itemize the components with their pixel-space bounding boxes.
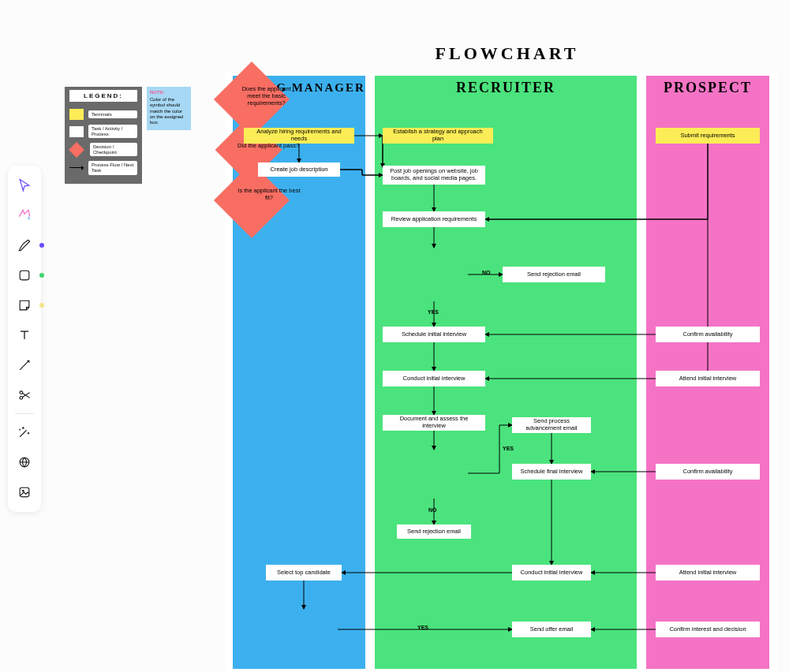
connector-tool[interactable]: [13, 353, 36, 377]
node-rc-review[interactable]: Review application requirements: [383, 211, 485, 227]
node-rc-reject1[interactable]: Send rejection email: [503, 267, 605, 282]
legend-label: Decision / Checkpoint: [90, 143, 137, 156]
node-rc-conduct[interactable]: Conduct initial interview: [383, 371, 485, 386]
decision-label: Is the applicant the best fit?: [234, 184, 304, 204]
label-yes2: YES: [503, 446, 514, 451]
process-swatch: [69, 126, 84, 137]
note-title: NOTE:: [150, 90, 188, 95]
node-rc-offer[interactable]: Send offer email: [512, 622, 591, 637]
connector-icon: [17, 357, 32, 373]
magic-tool[interactable]: [13, 420, 36, 444]
legend-label: Task / Activity / Process: [88, 125, 137, 138]
shape-tool[interactable]: [13, 263, 36, 287]
node-rc-conduct2[interactable]: Conduct initial interview: [512, 565, 591, 581]
node-rc-document[interactable]: Document and assess the interview: [383, 415, 485, 431]
wand-icon: [17, 424, 32, 440]
scissors-icon: [17, 387, 32, 403]
text-tool[interactable]: [13, 323, 36, 347]
pen-tool[interactable]: [13, 233, 36, 257]
note-body: Color of the symbol should match the col…: [150, 97, 188, 125]
legend-title: LEGEND:: [69, 90, 137, 102]
scissors-tool[interactable]: [13, 383, 36, 407]
sticky-tool[interactable]: [13, 293, 36, 317]
rect-icon: [17, 267, 32, 283]
node-rc-post[interactable]: Post job openings on website, job boards…: [383, 166, 485, 185]
node-rc-schedfinal[interactable]: Schedule final interview: [512, 464, 591, 480]
label-yes3: YES: [417, 625, 428, 630]
text-icon: [17, 327, 32, 343]
node-hm-jobdesc[interactable]: Create job description: [258, 162, 340, 177]
note-panel[interactable]: NOTE: Color of the symbol should match t…: [147, 87, 191, 130]
svg-point-6: [22, 490, 24, 492]
legend-label: Terminals: [88, 110, 137, 119]
node-pr-confirm1[interactable]: Confirm availability: [656, 327, 760, 342]
terminal-swatch: [69, 109, 84, 120]
node-pr-attend1[interactable]: Attend initial interview: [656, 371, 760, 386]
node-rc-schedule[interactable]: Schedule initial interview: [383, 327, 485, 342]
left-toolbar: +: [8, 166, 41, 512]
image-icon: [17, 484, 32, 500]
node-rc-advance[interactable]: Send process advancement email: [512, 417, 591, 433]
select-tool[interactable]: [13, 174, 36, 197]
cursor-icon: [17, 177, 32, 193]
node-pr-attend2[interactable]: Attend initial interview: [656, 565, 760, 581]
ai-tool[interactable]: +: [13, 203, 36, 227]
svg-point-2: [20, 391, 23, 394]
lane-header-rc: RECRUITER: [375, 80, 637, 95]
svg-text:+: +: [27, 215, 31, 222]
legend-item-process: Task / Activity / Process: [65, 122, 142, 140]
sticky-color-dot: [39, 303, 44, 308]
toolbar-divider: [15, 413, 34, 414]
ai-sparkle-icon: +: [17, 207, 32, 223]
image-tool[interactable]: [13, 480, 36, 504]
page-title: FLOWCHART: [225, 43, 789, 64]
node-hm-select[interactable]: Select top candidate: [266, 565, 342, 581]
legend-item-terminal: Terminals: [65, 106, 142, 122]
node-rc-reject2[interactable]: Send rejection email: [397, 525, 471, 539]
globe-icon: [17, 454, 32, 470]
sticky-icon: [17, 297, 32, 313]
legend-panel[interactable]: LEGEND: Terminals Task / Activity / Proc…: [65, 87, 142, 184]
legend-label: Process Flow / Next Task: [88, 161, 137, 174]
shape-color-dot: [39, 273, 44, 278]
decision-label: Does the applicant meet the basic requir…: [232, 82, 301, 110]
globe-tool[interactable]: [13, 450, 36, 474]
node-pr-confirm2[interactable]: Confirm availability: [656, 464, 760, 480]
label-no2: NO: [428, 507, 437, 513]
lane-header-pr: PROSPECT: [646, 80, 769, 95]
svg-rect-1: [20, 271, 29, 280]
label-no: NO: [482, 270, 491, 275]
node-pr-submit[interactable]: Submit requirements: [656, 128, 760, 144]
decision-swatch: [69, 142, 84, 158]
pen-color-dot: [39, 243, 44, 248]
flowchart-canvas[interactable]: HIRING MANAGER RECRUITER PROSPECT: [225, 73, 777, 672]
svg-point-3: [20, 397, 23, 400]
arrow-swatch: [69, 167, 84, 168]
legend-item-arrow: Process Flow / Next Task: [65, 159, 142, 177]
label-yes: YES: [428, 309, 439, 315]
node-pr-confirm3[interactable]: Confirm interest and decision: [656, 622, 760, 637]
pen-icon: [17, 237, 32, 253]
node-hm-analyze[interactable]: Analyze hiring requirements and needs: [244, 128, 354, 144]
legend-item-decision: Decision / Checkpoint: [65, 140, 142, 159]
node-rc-strategy[interactable]: Establish a strategy and approach plan: [383, 128, 493, 144]
